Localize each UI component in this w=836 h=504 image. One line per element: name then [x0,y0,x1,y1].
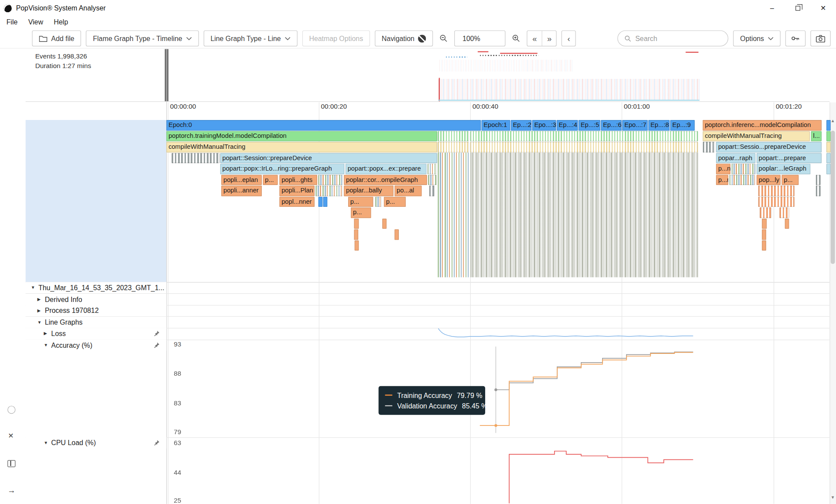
flame-bar[interactable] [318,196,322,207]
flame-bar[interactable]: l... [811,131,822,141]
close-panel-icon[interactable]: ✕ [8,432,14,440]
pin-icon[interactable] [153,439,160,446]
tree-expand-arrow[interactable]: ▶ [38,308,45,313]
flame-selection-region[interactable] [26,120,167,282]
flame-bar[interactable]: compileWithManualTracing [166,142,437,152]
menu-file[interactable]: File [1,18,23,26]
expand-arrow-icon[interactable]: → [7,486,15,495]
nav-back-button[interactable]: « [528,31,542,46]
flame-bar[interactable] [785,218,789,229]
tree-row[interactable]: ▼Thu_Mar_16_14_53_35_2023_GMT_1... [26,282,167,293]
flame-bar[interactable]: Ep...:5 [579,120,600,130]
tree-expand-arrow[interactable]: ▼ [44,343,51,347]
flame-bar[interactable] [826,153,831,163]
flame-bar[interactable] [438,131,469,141]
search-input[interactable] [635,34,722,42]
flame-bar[interactable]: Ep...:9 [670,120,695,130]
flame-bar[interactable]: Ep...:4 [557,120,578,130]
flame-bar[interactable] [816,175,821,185]
tree-item-label[interactable]: Loss [51,329,66,337]
search-box[interactable] [617,31,728,47]
flame-bar[interactable] [826,131,831,141]
tree-expand-arrow[interactable]: ▼ [44,440,51,445]
flame-bar[interactable]: poplar...bally [344,185,394,196]
flame-bar[interactable]: popart::popx::IrLo...ring::prepareGraph [220,164,345,174]
flame-bar[interactable]: popli...anner [221,185,262,196]
sidebar-toggle-icon[interactable] [7,460,15,467]
flame-bar[interactable] [171,153,219,163]
add-file-button[interactable]: Add file [32,31,81,47]
flame-bar[interactable] [826,164,831,174]
zoom-in-button[interactable] [511,31,522,47]
flame-bar[interactable] [758,185,795,196]
flame-bar[interactable]: poplar:...leGraph [757,164,810,174]
flame-bar[interactable] [760,207,771,218]
flame-bar[interactable] [826,142,831,152]
flame-bar[interactable]: p... [384,196,406,207]
flame-bar[interactable]: p... [351,207,371,218]
options-dropdown[interactable]: Options [733,31,781,47]
flame-bar[interactable]: Ep...:6 [601,120,622,130]
flame-bar[interactable]: popart::Sessio...prepareDevice [716,142,822,152]
flame-bar[interactable] [429,185,435,196]
flame-bar[interactable]: popli...eplan [221,175,262,185]
navigation-toggle[interactable]: Navigation [375,31,433,47]
flame-bar[interactable]: p... [348,196,373,207]
flame-bar[interactable] [703,142,715,152]
flame-bar[interactable]: popli...ghts [279,175,317,185]
flame-bar[interactable] [470,131,698,141]
tree-expand-arrow[interactable]: ▼ [38,320,45,325]
flame-bar[interactable] [732,164,756,174]
flame-bar[interactable] [318,175,343,185]
flame-bar[interactable] [758,196,795,207]
restore-button[interactable] [785,0,811,16]
flame-bar[interactable]: Ep...:2 [511,120,532,130]
flame-bar[interactable] [355,240,359,250]
cpu-load-graph[interactable] [166,437,829,504]
flame-bar[interactable] [354,229,358,240]
tree-row[interactable]: ▶Loss [26,328,167,339]
flame-bar[interactable] [394,229,399,240]
flame-bar[interactable] [730,175,755,185]
close-button[interactable]: ✕ [810,0,836,16]
flame-bar[interactable]: Epo...:7 [622,120,648,130]
flame-bar[interactable]: pop...ly [757,175,781,185]
flame-bar[interactable] [354,218,359,229]
flame-bar[interactable]: poplar::cor...ompileGraph [344,175,427,185]
flame-bar[interactable]: p...n [716,164,730,174]
accuracy-graph[interactable] [166,339,829,437]
flame-bar[interactable] [375,196,382,207]
flame-bar[interactable]: po...al [394,185,421,196]
tree-item-label[interactable]: Process 1970812 [45,307,99,315]
tree-row[interactable]: ▶Derived Info [26,294,167,305]
flame-bar[interactable]: Epoch:1 [481,120,510,130]
flame-bar[interactable]: Ep...:8 [648,120,670,130]
loss-graph[interactable] [166,328,829,339]
flame-graph-type-dropdown[interactable]: Flame Graph Type - Timeline [86,31,199,47]
scrollbar-thumb[interactable] [831,130,835,264]
tree-expand-arrow[interactable]: ▶ [44,331,51,336]
flame-bar[interactable]: popl...nner [279,196,315,207]
tree-item-label[interactable]: Derived Info [45,295,82,303]
flame-bar[interactable] [826,120,831,130]
flame-bar[interactable]: popart:...prepare [757,153,822,163]
tree-item-label[interactable]: Accuracy (%) [51,341,92,349]
nav-forward-button[interactable]: » [542,31,556,46]
key-button[interactable] [785,31,805,47]
flame-bar[interactable] [438,142,469,152]
pin-icon[interactable] [153,342,160,349]
tree-item-label[interactable]: CPU Load (%) [51,439,96,447]
flame-bar[interactable] [762,218,767,229]
flame-bar[interactable] [470,142,698,152]
flame-bar[interactable] [762,240,766,250]
pin-icon[interactable] [153,330,160,337]
flame-bar[interactable] [762,229,766,240]
flame-bar[interactable]: poptorch.inferenc...modelCompilation [703,120,822,130]
tree-row[interactable]: ▼Line Graphs [26,316,167,328]
flame-bar[interactable]: Epoch:0 [166,120,481,130]
screenshot-button[interactable] [810,31,830,47]
menu-view[interactable]: View [23,18,48,26]
flame-bar[interactable]: popart::Session::prepareDevice [220,153,437,163]
zoom-level-input[interactable] [455,31,506,47]
flame-bar[interactable] [323,196,327,207]
